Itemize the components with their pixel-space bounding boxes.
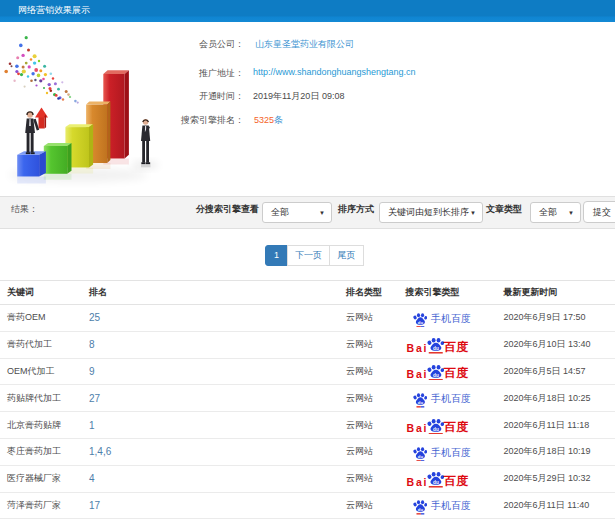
svg-text:du: du (417, 507, 423, 512)
svg-text:du: du (433, 373, 439, 378)
svg-text:du: du (433, 426, 439, 431)
svg-text:du: du (433, 480, 439, 485)
svg-text:du: du (417, 400, 423, 405)
svg-text:du: du (417, 320, 423, 325)
svg-text:du: du (433, 346, 439, 351)
svg-text:du: du (417, 454, 423, 459)
